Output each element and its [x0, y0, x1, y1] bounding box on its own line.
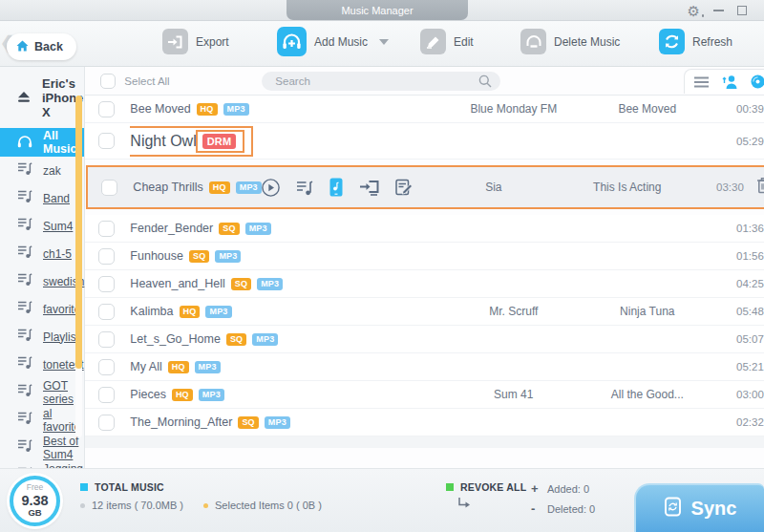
song-row[interactable]: Night Owl DRM	[85, 123, 764, 160]
sync-label: Sync	[691, 498, 737, 520]
delete-music-icon	[520, 29, 546, 54]
trash-icon[interactable]	[756, 177, 764, 198]
edit-info-icon[interactable]	[395, 179, 414, 196]
play-icon[interactable]	[262, 179, 280, 197]
search-icon[interactable]	[478, 74, 492, 92]
deleted-count: Deleted: 0	[547, 503, 595, 515]
song-tags: HQMP3	[172, 389, 224, 401]
song-name-cell: Heaven_and_Hell SQMP3	[130, 277, 446, 290]
export-to-pc-icon[interactable]	[359, 179, 379, 196]
sidebar-playlist-item[interactable]: Best of Sum4	[0, 434, 84, 461]
song-name-wrap: Cheap Thrills HQMP3	[133, 181, 261, 194]
playlist-icon	[17, 189, 32, 207]
song-row[interactable]: Kalimba HQMP3 Mr.	[85, 298, 764, 326]
song-row[interactable]: The_Morning_After SQMP3	[85, 409, 764, 436]
sync-button[interactable]: Sync	[634, 483, 764, 532]
tag-mp3: MP3	[265, 416, 290, 429]
sidebar-playlist-item[interactable]: ch1-5	[0, 240, 84, 267]
add-music-button[interactable]: Add Music	[277, 27, 389, 56]
eject-icon[interactable]	[17, 90, 31, 107]
song-name-wrap: Let_s_Go_Home SQMP3	[130, 332, 278, 346]
playlist-icon	[17, 300, 32, 318]
export-button[interactable]: Export	[162, 29, 229, 54]
sidebar-playlist-item[interactable]: Band	[0, 184, 84, 212]
song-checkbox[interactable]	[98, 276, 115, 292]
playlist-icon	[17, 355, 32, 373]
song-row[interactable]: Pieces HQMP3 Sum	[85, 381, 764, 409]
song-checkbox[interactable]	[101, 180, 117, 196]
delete-music-button[interactable]: Delete Music	[520, 29, 620, 54]
artist-view-icon[interactable]	[722, 74, 737, 89]
song-checkbox[interactable]	[98, 415, 115, 431]
add-to-playlist-icon[interactable]	[296, 180, 313, 196]
song-checkbox[interactable]	[98, 101, 115, 117]
song-checkbox[interactable]	[98, 304, 115, 320]
tag-hq: HQ	[209, 181, 230, 194]
song-row[interactable]: My All HQMP3	[85, 353, 764, 381]
song-checkbox[interactable]	[98, 133, 115, 149]
song-name-cell: Funhouse SQMP3	[130, 249, 446, 263]
song-checkbox[interactable]	[98, 248, 115, 265]
select-all-label: Select All	[124, 75, 169, 87]
song-tags: SQMP3	[226, 333, 279, 346]
view-toggle-group	[684, 69, 764, 94]
sidebar-scrollbar-thumb[interactable]	[75, 96, 82, 369]
refresh-button[interactable]: Refresh	[659, 29, 732, 54]
song-checkbox[interactable]	[98, 359, 115, 375]
sidebar-scrollbar[interactable]	[75, 96, 82, 437]
statusbar: Free 9.38 GB TOTAL MUSIC 12 items ( 70.0…	[0, 468, 764, 532]
song-row[interactable]: Let_s_Go_Home SQMP3	[85, 326, 764, 353]
song-row[interactable]: Fender_Bender SQMP3	[85, 215, 764, 243]
list-header: Select All	[85, 67, 764, 96]
export-to-phone-icon[interactable]	[329, 178, 343, 197]
minimize-icon[interactable]	[713, 10, 724, 11]
sidebar-playlist-item[interactable]: tonetest	[0, 351, 84, 378]
song-duration: 05:21	[714, 361, 764, 372]
sidebar-playlist-item[interactable]: GOT series	[0, 378, 84, 406]
window-controls: ⚙	[688, 0, 747, 21]
sidebar-item-all-music[interactable]: All Music	[0, 128, 84, 157]
select-all-checkbox[interactable]	[100, 74, 116, 89]
free-unit: GB	[28, 508, 41, 518]
song-name-wrap: Pieces HQMP3	[130, 388, 224, 401]
tag-mp3: MP3	[245, 223, 271, 235]
back-button[interactable]: Back	[7, 33, 76, 60]
song-duration: 05:29	[714, 136, 764, 147]
song-name-cell: The_Morning_After SQMP3	[130, 415, 446, 429]
sidebar-playlist-item[interactable]: favorite	[0, 295, 84, 323]
song-tags: SQMP3	[219, 223, 271, 235]
song-checkbox[interactable]	[98, 221, 115, 237]
song-album: This Is Acting	[561, 181, 694, 194]
search-input[interactable]	[262, 72, 500, 91]
list-view-icon[interactable]	[694, 76, 709, 88]
song-artist: Sum 41	[447, 388, 581, 401]
song-row[interactable]: Cheap Thrills HQMP3	[86, 165, 764, 209]
sidebar-playlist-item[interactable]: Sum4	[0, 212, 84, 240]
edit-button[interactable]: Edit	[420, 29, 474, 54]
song-tags: DRM	[196, 130, 245, 153]
song-row[interactable]: Bee Moved HQMP3 B	[85, 96, 764, 123]
select-all[interactable]: Select All	[100, 74, 169, 89]
chevron-down-icon[interactable]	[379, 39, 389, 45]
song-checkbox[interactable]	[98, 387, 115, 403]
song-checkbox[interactable]	[98, 331, 115, 348]
sidebar-playlist-item[interactable]: al favorite	[0, 406, 84, 434]
sidebar-playlist-item[interactable]: swedish	[0, 267, 84, 295]
album-view-icon[interactable]	[751, 74, 764, 89]
playlist-label: Sum4	[43, 220, 73, 233]
gear-icon[interactable]: ⚙	[688, 4, 700, 18]
added-sign: +	[531, 481, 541, 496]
free-value: 9.38	[21, 493, 48, 509]
song-row[interactable]: Funhouse SQMP3	[85, 243, 764, 270]
playlist-icon	[17, 217, 32, 235]
revoke-all-block[interactable]: REVOKE ALL	[446, 481, 526, 513]
titlebar: Music Manager ⚙	[0, 0, 764, 21]
sidebar-playlist-item[interactable]: Playlist	[0, 323, 84, 351]
maximize-icon[interactable]	[737, 6, 747, 15]
song-title: Fender_Bender	[130, 222, 213, 235]
song-row[interactable]: Heaven_and_Hell SQMP3	[85, 270, 764, 298]
song-artist: Mr. Scruff	[447, 305, 581, 318]
song-album: Bee Moved	[581, 102, 714, 116]
sidebar-playlist-item[interactable]: zak	[0, 157, 84, 184]
song-title: Bee Moved	[130, 102, 190, 116]
